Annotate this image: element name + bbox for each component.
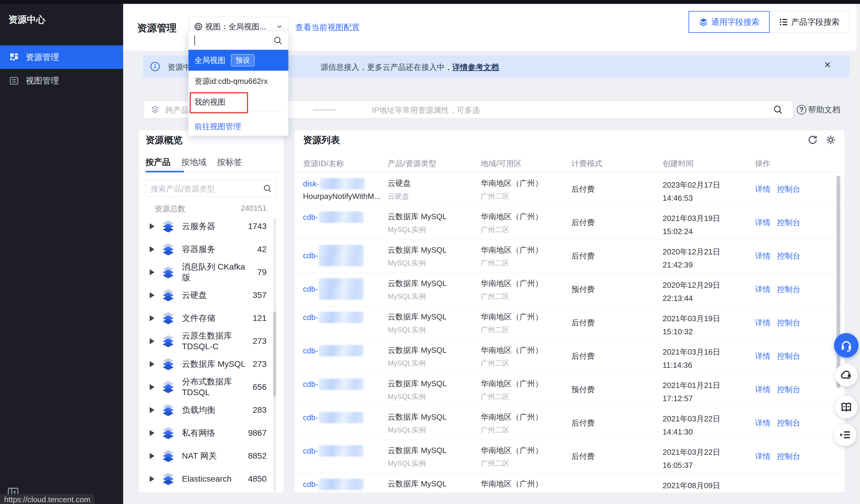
product-row[interactable]: 消息队列 CKafka 版 79 xyxy=(139,261,283,284)
detail-link[interactable]: 详情 xyxy=(755,418,771,428)
product-row[interactable]: NAT 网关 8852 xyxy=(139,444,283,467)
expand-triangle-icon[interactable] xyxy=(150,338,155,344)
detail-link[interactable]: 详情 xyxy=(755,451,771,462)
expand-triangle-icon[interactable] xyxy=(150,269,155,275)
overview-scrollbar-thumb[interactable] xyxy=(273,312,276,397)
clb-icon xyxy=(160,402,176,418)
expand-triangle-icon[interactable] xyxy=(150,453,155,459)
active-tab-underline xyxy=(145,171,184,172)
browser-top-strip xyxy=(0,0,860,4)
resource-id-link[interactable]: cdb- xyxy=(303,446,318,456)
resource-id-link[interactable]: cdb- xyxy=(303,413,318,422)
resource-id-link[interactable]: cdb- xyxy=(303,285,318,294)
product-search-input[interactable]: 搜索产品/资源类型 xyxy=(145,179,277,197)
generic-field-search-button[interactable]: 通用字段搜索 xyxy=(689,11,770,33)
product-row[interactable]: 私有网络 9867 xyxy=(139,421,283,444)
col-operations: 操作 xyxy=(755,158,845,172)
sidebar-item-resource-management[interactable]: 资源管理 xyxy=(0,45,123,69)
expand-triangle-icon[interactable] xyxy=(150,407,155,413)
page-scrollbar[interactable] xyxy=(857,4,860,504)
product-label: 云服务器 xyxy=(182,221,248,232)
tab-by-tag[interactable]: 按标签 xyxy=(217,157,242,174)
product-field-search-label: 产品字段搜索 xyxy=(791,17,840,27)
create-time-cell: 2021年03月19日 15:02:24 xyxy=(663,206,755,239)
resource-id-link[interactable]: cdb- xyxy=(303,213,318,222)
resource-id-link[interactable]: cdb- xyxy=(303,480,318,489)
region-cell: 华南地区（广州） 广州二区 xyxy=(481,273,571,306)
table-row: cdb- 云数据库 MySQL MySQL实例 华南地区（广州） 广州二区 后付… xyxy=(295,206,845,240)
console-link[interactable]: 控制台 xyxy=(777,318,800,328)
console-link[interactable]: 控制台 xyxy=(777,217,800,228)
product-cell: 云数据库 MySQL MySQL实例 xyxy=(388,373,481,406)
tab-by-region[interactable]: 按地域 xyxy=(181,157,206,174)
table-scrollbar-thumb[interactable] xyxy=(836,176,840,388)
cloud-bell-icon[interactable] xyxy=(835,364,858,387)
product-row[interactable]: Elasticsearch 4850 xyxy=(139,467,283,490)
expand-triangle-icon[interactable] xyxy=(150,476,155,482)
doc-book-icon[interactable] xyxy=(835,396,858,418)
console-link[interactable]: 控制台 xyxy=(777,184,800,195)
headset-icon[interactable] xyxy=(834,333,859,358)
view-search-input[interactable] xyxy=(188,31,288,50)
resource-id-link[interactable]: cdb- xyxy=(303,346,318,356)
product-row[interactable]: 云数据库 MySQL 273 xyxy=(139,352,283,375)
detail-link[interactable]: 详情 xyxy=(755,184,771,195)
product-label: 容器服务 xyxy=(182,244,257,255)
resource-id-link[interactable]: cdb- xyxy=(303,380,318,389)
overview-title: 资源概览 xyxy=(145,134,183,146)
close-icon[interactable]: × xyxy=(824,59,831,70)
view-config-link[interactable]: 查看当前视图配置 xyxy=(295,22,360,33)
view-option-global[interactable]: 全局视图 预设 xyxy=(188,50,288,71)
console-link[interactable]: 控制台 xyxy=(777,251,800,261)
expand-triangle-icon[interactable] xyxy=(150,292,155,298)
detail-link[interactable]: 详情 xyxy=(755,318,771,328)
detail-link[interactable]: 详情 xyxy=(755,385,771,395)
goto-view-management-link[interactable]: 前往视图管理 xyxy=(195,117,241,136)
col-create-time: 创建时间 xyxy=(663,158,755,172)
product-row[interactable]: 云服务器 1743 xyxy=(139,215,283,238)
resource-id-cell: cdb- xyxy=(303,473,388,492)
console-link[interactable]: 控制台 xyxy=(777,451,800,462)
expand-triangle-icon[interactable] xyxy=(150,246,155,252)
banner-doc-link[interactable]: 详情参考文档 xyxy=(453,63,499,72)
expand-triangle-icon[interactable] xyxy=(150,361,155,367)
create-time: 17:12:57 xyxy=(663,392,755,405)
expand-triangle-icon[interactable] xyxy=(150,315,155,321)
help-doc-link[interactable]: ? 帮助文档 xyxy=(797,104,840,115)
console-link[interactable]: 控制台 xyxy=(777,418,800,428)
redacted-id-blur xyxy=(319,412,363,423)
product-field-search-button[interactable]: 产品字段搜索 xyxy=(770,11,849,33)
create-time-cell: 2020年12月29日 22:13:44 xyxy=(663,273,755,306)
product-row[interactable]: 容器服务 42 xyxy=(139,238,283,261)
region-name: 华南地区（广州） xyxy=(481,412,571,422)
console-link[interactable]: 控制台 xyxy=(777,351,800,361)
detail-link[interactable]: 详情 xyxy=(755,217,771,228)
product-row[interactable]: 云硬盘 357 xyxy=(139,284,283,306)
product-row[interactable]: 负载均衡 283 xyxy=(139,399,283,421)
detail-link[interactable]: 详情 xyxy=(755,351,771,361)
product-row[interactable]: 文件存储 121 xyxy=(139,306,283,330)
resource-id-link[interactable]: cdb- xyxy=(303,251,318,260)
product-row[interactable]: 分布式数据库 TDSQL 656 xyxy=(139,375,283,399)
console-link[interactable]: 控制台 xyxy=(777,385,800,395)
resource-id-link[interactable]: disk- xyxy=(303,179,319,188)
product-cell: 云数据库 MySQL MySQL实例 xyxy=(388,273,481,306)
redacted-id-blur xyxy=(320,178,365,189)
view-option-my-view[interactable]: 我的视图 xyxy=(188,91,288,112)
detail-link[interactable]: 详情 xyxy=(755,251,771,261)
banner-text-end: 源信息接入，更多云产品还在接入中， xyxy=(320,63,453,72)
expand-triangle-icon[interactable] xyxy=(150,430,155,436)
refresh-icon[interactable] xyxy=(807,134,818,145)
product-row[interactable]: 云原生数据库 TDSQL-C 273 xyxy=(139,330,283,352)
expand-triangle-icon[interactable] xyxy=(150,384,155,390)
console-link[interactable]: 控制台 xyxy=(777,284,800,294)
sidebar-item-view-management[interactable]: 视图管理 xyxy=(0,69,123,92)
survey-list-icon[interactable] xyxy=(834,423,857,446)
table-row: cdb- 云数据库 MySQL MySQL实例 华南地区（广州） 广州二区 后付… xyxy=(295,406,845,440)
view-option-resource-id[interactable]: 资源id:cdb-qmu662rx xyxy=(188,71,288,91)
detail-link[interactable]: 详情 xyxy=(755,284,771,294)
gear-icon[interactable] xyxy=(826,134,836,145)
expand-triangle-icon[interactable] xyxy=(150,224,155,229)
resource-id-link[interactable]: cdb- xyxy=(303,313,318,322)
search-icon[interactable] xyxy=(773,104,783,116)
